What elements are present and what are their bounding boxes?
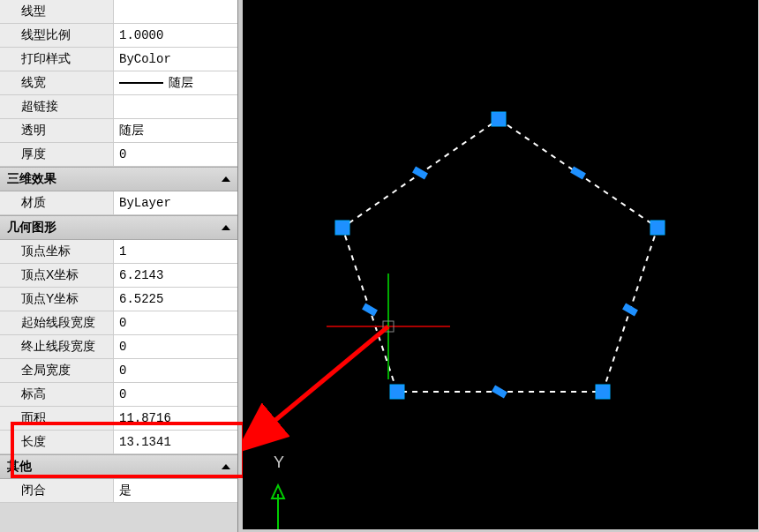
property-value[interactable]: 0 (113, 359, 237, 382)
property-label: 厚度 (0, 146, 113, 162)
property-row-geom-4: 终止线段宽度0 (0, 335, 237, 359)
property-value[interactable]: 是 (113, 479, 237, 502)
collapse-arrow-icon (222, 176, 230, 182)
property-label: 线宽 (0, 75, 113, 91)
vertex-grip-0[interactable] (492, 112, 506, 126)
annotation-arrow (269, 326, 388, 425)
property-row-top-1: 线型比例1.0000 (0, 24, 237, 48)
midpoint-grip-2[interactable] (492, 386, 507, 399)
property-label: 顶点X坐标 (0, 267, 113, 283)
property-value[interactable]: 0 (113, 383, 237, 406)
midpoint-grip-3[interactable] (362, 303, 378, 317)
property-label: 线型比例 (0, 27, 113, 43)
property-label: 长度 (0, 434, 113, 450)
property-value[interactable]: 13.1341 (113, 431, 237, 453)
section-other-title: 其他 (7, 459, 32, 475)
property-value[interactable]: 1 (113, 240, 237, 263)
property-label: 顶点Y坐标 (0, 291, 113, 307)
property-label: 超链接 (0, 99, 113, 115)
vertex-grip-2[interactable] (596, 385, 610, 399)
property-value[interactable]: 1.0000 (113, 24, 237, 47)
section-3d-title: 三维效果 (7, 171, 56, 187)
property-value[interactable]: ByColor (113, 48, 237, 71)
property-row-top-3: 线宽随层 (0, 71, 237, 95)
midpoint-grip-4[interactable] (412, 167, 428, 180)
section-3d-effects[interactable]: 三维效果 (0, 167, 237, 191)
property-row-geom-2: 顶点Y坐标6.5225 (0, 288, 237, 311)
property-row-3d-0: 材质ByLayer (0, 191, 237, 215)
property-row-top-2: 打印样式ByColor (0, 48, 237, 71)
vertex-grip-3[interactable] (390, 385, 404, 399)
property-value[interactable]: 6.5225 (113, 288, 237, 311)
property-row-geom-7: 面积11.8716 (0, 407, 237, 431)
property-row-top-0: 线型 (0, 0, 237, 24)
property-value[interactable]: ByLayer (113, 191, 237, 214)
property-value[interactable]: 0 (113, 311, 237, 334)
property-label: 线型 (0, 4, 113, 19)
midpoint-grip-0[interactable] (570, 167, 586, 180)
section-geometry-title: 几何图形 (7, 220, 56, 236)
property-row-geom-1: 顶点X坐标6.2143 (0, 264, 237, 288)
property-label: 顶点坐标 (0, 244, 113, 259)
property-row-geom-8: 长度13.1341 (0, 431, 237, 454)
property-row-other-0: 闭合是 (0, 479, 237, 503)
property-row-top-6: 厚度0 (0, 143, 237, 167)
property-value[interactable] (113, 95, 237, 118)
property-value[interactable]: 0 (113, 335, 237, 358)
property-label: 材质 (0, 195, 113, 211)
vertex-grip-4[interactable] (335, 221, 349, 235)
property-row-top-4: 超链接 (0, 95, 237, 119)
property-label: 打印样式 (0, 51, 113, 67)
line-sample-icon (119, 82, 163, 84)
midpoint-grip-1[interactable] (622, 303, 638, 317)
section-geometry[interactable]: 几何图形 (0, 215, 237, 240)
property-value[interactable]: 6.2143 (113, 264, 237, 287)
properties-panel: 线型线型比例1.0000打印样式ByColor线宽随层超链接透明随层厚度0 三维… (0, 0, 238, 532)
property-value[interactable]: 随层 (113, 119, 237, 142)
collapse-arrow-icon (222, 225, 230, 230)
property-value[interactable]: 0 (113, 143, 237, 166)
property-row-top-5: 透明随层 (0, 119, 237, 143)
pentagon-outline[interactable] (342, 119, 658, 392)
property-value[interactable]: 11.8716 (113, 407, 237, 430)
property-value[interactable]: 随层 (113, 71, 237, 94)
section-other[interactable]: 其他 (0, 454, 237, 479)
property-label: 终止线段宽度 (0, 339, 113, 355)
property-label: 全局宽度 (0, 363, 113, 378)
vertex-grip-1[interactable] (650, 221, 665, 235)
property-row-geom-5: 全局宽度0 (0, 359, 237, 383)
property-label: 起始线段宽度 (0, 315, 113, 331)
property-label: 标高 (0, 386, 113, 402)
drawing-canvas[interactable]: Y (243, 0, 758, 529)
property-row-geom-6: 标高0 (0, 383, 237, 407)
property-value[interactable] (113, 0, 237, 23)
ucs-y-label: Y (274, 453, 284, 471)
property-label: 面积 (0, 410, 113, 426)
property-row-geom-0: 顶点坐标1 (0, 240, 237, 264)
property-label: 透明 (0, 123, 113, 139)
collapse-arrow-icon (222, 464, 230, 469)
property-label: 闭合 (0, 483, 113, 498)
property-row-geom-3: 起始线段宽度0 (0, 311, 237, 335)
canvas-svg: Y (243, 0, 758, 529)
